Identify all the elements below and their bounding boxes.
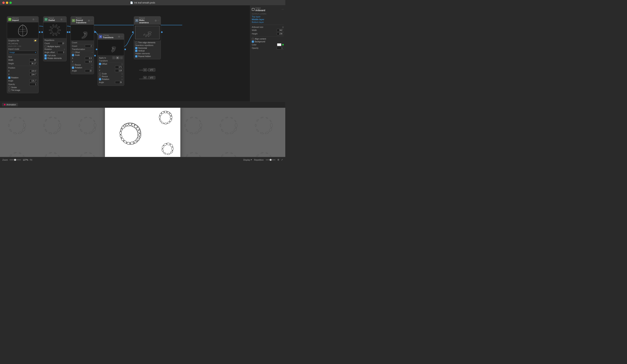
apply-to-all-btn[interactable]: ⬡ <box>112 56 115 59</box>
top-layer-link[interactable]: Top layer <box>252 15 284 18</box>
zoom-label: Zoom <box>2 159 8 161</box>
ct-scale-checkbox[interactable] <box>99 73 101 75</box>
seamless-menu-btn[interactable]: ⋯ <box>157 19 159 22</box>
node-change-transform-body: Apply to ⬡ ⊞ ⬡ Transform ✓ Offset ⊙ X <box>98 55 124 86</box>
artboard-height[interactable]: 236 <box>277 32 284 35</box>
pass-node-2-row: a a*2 <box>143 76 155 79</box>
node-repeat-transform: ⟲ Repeat Repeat Transform ◎ ⋯ <box>71 16 94 74</box>
artboard-size-btn[interactable]: ⊞ <box>282 26 284 28</box>
svg-point-17 <box>112 47 116 48</box>
ct-resize-checkbox[interactable] <box>99 75 101 78</box>
editor-area: 🍃 Element Import ◎ ⋯ <box>0 5 285 102</box>
node-graph: 🍃 Element Import ◎ ⋯ <box>0 5 250 102</box>
svg-point-20 <box>112 49 114 52</box>
svg-point-9 <box>57 26 60 29</box>
seamless-visibility-btn[interactable]: ◎ <box>155 19 157 22</box>
svg-point-2 <box>55 33 57 36</box>
artboard-menu-btn[interactable]: ⋯ <box>282 8 284 11</box>
zoom-thumb <box>14 159 16 161</box>
color-swatch[interactable] <box>277 43 281 46</box>
stroke-checkbox[interactable] <box>8 86 10 89</box>
svg-point-6 <box>50 26 53 29</box>
repeat-hidden-checkbox[interactable]: ✓ <box>135 55 137 57</box>
trim-edge-checkbox[interactable] <box>135 42 137 44</box>
display-dropdown[interactable]: Display ▾ <box>243 158 252 161</box>
fit-button[interactable]: Fit <box>30 159 32 161</box>
radial-output-connector <box>67 31 68 33</box>
minimize-button[interactable] <box>6 1 8 4</box>
import-mode-select[interactable]: Image ▾ <box>8 51 37 54</box>
pass-node-2-a2: a*2 <box>148 76 155 79</box>
ct-offset-checkbox[interactable]: ✓ <box>99 63 101 65</box>
rotation-rt-checkbox[interactable]: ✓ <box>72 67 74 69</box>
artboard-width[interactable]: 342 <box>277 29 284 32</box>
resize-checkbox[interactable] <box>72 64 74 66</box>
svg-point-19 <box>112 48 115 51</box>
animation-tab[interactable]: Animation <box>2 103 18 106</box>
radial-rotation-connector[interactable]: ⊙ <box>64 48 65 50</box>
radial-visibility-btn[interactable]: ◎ <box>60 18 62 21</box>
multiple-layers-checkbox[interactable] <box>45 46 47 48</box>
offset-checkbox[interactable] <box>72 52 74 53</box>
change-transform-icon: ◈ <box>99 35 102 38</box>
middle-layer-link[interactable]: Middle layer <box>252 18 284 21</box>
repetition-slider[interactable] <box>266 159 275 160</box>
panel-artboard: Output Artboard ⋯ Output layers Top laye… <box>250 5 285 102</box>
title-bar: 📄 Ink leaf wreath.pnds <box>0 0 285 5</box>
change-transform-output-connector <box>124 49 126 50</box>
node-import-body: Graphics file 📁 ink_leaf.png pixels 230 … <box>7 38 38 93</box>
node-menu-btn[interactable]: ⋯ <box>35 18 37 21</box>
vertical-checkbox[interactable]: ✓ <box>135 50 137 52</box>
screen-mode-btn[interactable]: ⊞ <box>277 158 279 161</box>
node-radial-body: Repetitions Count 10 Multiple layers Rot… <box>43 38 66 61</box>
file-name: ink_leaf.png <box>8 43 37 45</box>
ct-rotation-checkbox[interactable]: ✓ <box>99 78 101 80</box>
radial-input-connector <box>41 31 43 33</box>
node-radial-preview <box>43 22 66 38</box>
change-transform-visibility-btn[interactable]: ◎ <box>118 35 120 38</box>
tint-checkbox[interactable] <box>8 89 10 91</box>
pass-node-1-a2: a*2 <box>148 68 155 71</box>
node-repeat-transform-body: Count Count 2 Transformation Offset + ✓ … <box>71 40 94 74</box>
leaf-preview-svg <box>17 24 29 37</box>
color-active-dot <box>282 44 284 46</box>
maximize-button[interactable] <box>9 1 12 4</box>
artboard-opacity[interactable]: 1 <box>277 47 284 50</box>
repeat-transform-icon: ⟲ <box>72 19 75 22</box>
ct-offset-connector[interactable]: ⊙ <box>121 63 123 65</box>
node-visibility-btn[interactable]: ◎ <box>33 18 35 21</box>
make-seamless-output-connector <box>161 31 163 33</box>
animation-dot <box>4 104 5 105</box>
horizontal-checkbox[interactable]: ✓ <box>135 47 137 49</box>
apply-to-grid-btn[interactable]: ⊞ <box>116 56 119 59</box>
rotate-elements-checkbox[interactable]: ✓ <box>45 57 47 59</box>
svg-point-7 <box>52 24 55 28</box>
import-output-connector <box>39 31 40 33</box>
scale-checkbox[interactable]: ✓ <box>72 54 74 56</box>
repeat-transform-output-top-connector <box>94 31 96 33</box>
background-checkbox[interactable]: ✓ <box>252 41 254 43</box>
repeat-transform-input-connector <box>69 31 70 33</box>
svg-point-3 <box>52 33 55 36</box>
align-content-checkbox[interactable] <box>252 38 254 40</box>
close-button[interactable] <box>2 1 5 4</box>
file-browse-btn[interactable]: 📁 <box>34 39 37 42</box>
radial-menu-btn[interactable]: ⋯ <box>63 18 65 21</box>
window-controls <box>2 1 12 4</box>
bottom-layer-link[interactable]: Bottom layer <box>252 21 284 23</box>
node-change-transform-header: ◈ Change Transform ◎ ⋯ <box>98 34 124 40</box>
artboard-canvas <box>105 108 180 157</box>
node-radial: ⟳ Repeat Radial ◎ ⋯ <box>43 16 67 61</box>
full-circle-checkbox[interactable]: ✓ <box>45 54 47 57</box>
pass-node-2-a: a <box>143 76 147 79</box>
node-import: 🍃 Element Import ◎ ⋯ <box>7 16 39 93</box>
canvas-area[interactable] <box>0 108 285 157</box>
svg-point-14 <box>84 35 86 38</box>
apply-to-item-btn[interactable]: ⬡ <box>120 56 123 59</box>
zoom-slider[interactable] <box>9 159 21 160</box>
change-transform-menu-btn[interactable]: ⋯ <box>121 35 123 38</box>
fullscreen-btn[interactable]: ⤢ <box>281 158 283 161</box>
repeat-transform-menu-btn[interactable]: ⋯ <box>91 19 93 22</box>
rotation-checkbox[interactable]: ✓ <box>8 77 10 79</box>
repeat-transform-visibility-btn[interactable]: ◎ <box>88 19 90 22</box>
